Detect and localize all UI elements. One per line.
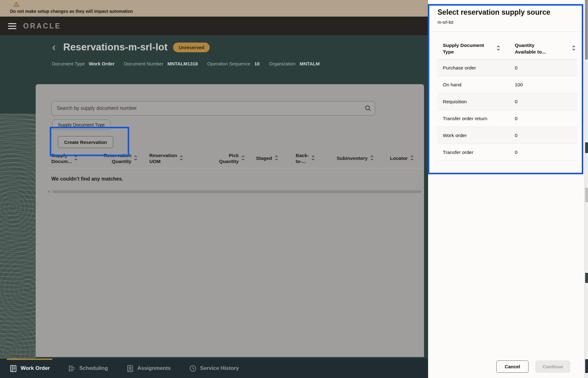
sort-icon[interactable]	[497, 45, 500, 52]
scrollbar-thumb[interactable]	[585, 0, 588, 59]
row-quantity: 0	[515, 99, 518, 105]
select-supply-source-panel: Select reservation supply source m-srl-l…	[428, 0, 585, 378]
sort-icon[interactable]	[241, 155, 245, 162]
top-header-bar: ORACLE	[0, 17, 428, 35]
tab-label: Service History	[200, 365, 239, 371]
work-order-icon	[9, 365, 17, 372]
status-badge: Unreserved	[173, 43, 210, 52]
tab-assignments[interactable]: Assignments	[124, 359, 173, 378]
scroll-left-icon[interactable]: ◄	[47, 190, 51, 193]
meta-value: 10	[254, 61, 260, 66]
meta-value: MNTALM	[300, 61, 320, 66]
panel-title: Select reservation supply source	[428, 0, 585, 17]
scrollbar-thumb[interactable]	[52, 190, 422, 193]
row-type: Work order	[443, 133, 467, 138]
sort-icon[interactable]	[180, 155, 183, 162]
assignments-icon	[126, 365, 134, 372]
panel-divider	[428, 32, 585, 32]
horizontal-scrollbar[interactable]: ◄	[47, 190, 422, 193]
panel-subtitle: m-srl-lot	[428, 17, 585, 25]
supply-source-table-header: Supply DocumentType QuantityAvailable to…	[437, 38, 577, 59]
sort-icon[interactable]	[572, 45, 575, 52]
meta-value: MNTALM1318	[167, 61, 198, 66]
row-type: Transfer order	[443, 150, 473, 155]
page-title: Reservations-m-srl-lot	[63, 42, 167, 53]
edge-segment	[585, 359, 588, 373]
tab-service-history[interactable]: Service History	[187, 359, 241, 378]
column-header-reservation-quantity[interactable]: ReservationQuantity	[91, 152, 137, 165]
meta-label: Operation Sequence	[207, 61, 250, 66]
row-type: Requisition	[443, 99, 467, 105]
row-quantity: 0	[515, 65, 518, 71]
row-type: Purchase order	[443, 65, 476, 71]
search-icon[interactable]	[361, 101, 375, 115]
sort-icon[interactable]	[311, 155, 315, 162]
column-header-pick-quantity[interactable]: PickQuantity	[205, 152, 245, 165]
document-meta: Document TypeWork Order Document NumberM…	[52, 61, 320, 66]
column-header-staged[interactable]: Staged	[256, 155, 288, 162]
tab-label: Scheduling	[79, 365, 108, 371]
sort-icon[interactable]	[370, 155, 374, 162]
table-row-transfer-order[interactable]: Transfer order 0	[437, 144, 577, 161]
warning-banner-text: Do not make setup changes as they will i…	[10, 9, 428, 14]
decorative-left-pattern	[0, 114, 36, 359]
table-row-purchase-order[interactable]: Purchase order 0	[437, 59, 577, 76]
scheduling-icon	[68, 365, 76, 372]
continue-button[interactable]: Continue	[535, 360, 570, 373]
tab-work-order[interactable]: Work Order	[8, 359, 52, 378]
column-header-subinventory[interactable]: Subinventory	[337, 155, 382, 162]
tab-label: Work Order	[21, 365, 50, 371]
page-area: ‹ Reservations-m-srl-lot Unreserved Docu…	[0, 35, 428, 359]
table-row-transfer-order-return[interactable]: Transfer order return 0	[437, 110, 577, 127]
column-header-back-to-back[interactable]: Back-to-...	[296, 152, 327, 165]
service-history-icon	[189, 365, 197, 372]
filter-chip-supply-document-type[interactable]: Supply Document Type	[52, 120, 110, 130]
meta-label: Organization	[269, 61, 295, 66]
warning-icon	[13, 2, 428, 8]
bottom-tab-bar: Work Order Scheduling Assignments Servic…	[0, 359, 428, 378]
table-row-on-hand[interactable]: On hand 100	[437, 76, 577, 93]
sort-icon[interactable]	[275, 155, 278, 162]
meta-label: Document Number	[124, 61, 163, 66]
column-header-supply-document-type[interactable]: Supply DocumentType	[443, 42, 492, 55]
sort-icon[interactable]	[410, 155, 414, 162]
cancel-button[interactable]: Cancel	[496, 360, 529, 373]
window-scrollbar-strip[interactable]	[585, 0, 588, 378]
column-header-supply-document[interactable]: SupplyDocum...	[51, 152, 91, 165]
meta-label: Document Type	[52, 61, 85, 66]
menu-icon[interactable]	[8, 21, 20, 31]
search-field	[51, 101, 375, 115]
table-header-divider	[47, 168, 422, 168]
column-header-quantity-available[interactable]: QuantityAvailable to...	[515, 42, 546, 55]
row-type: Transfer order return	[443, 116, 487, 121]
tab-scheduling[interactable]: Scheduling	[66, 359, 110, 378]
table-row-requisition[interactable]: Requisition 0	[437, 93, 577, 110]
row-quantity: 0	[515, 133, 518, 138]
edge-segment	[585, 142, 588, 153]
row-quantity: 0	[515, 150, 518, 155]
panel-footer: Cancel Continue	[428, 355, 581, 378]
oracle-logo[interactable]: ORACLE	[23, 22, 61, 30]
table-row-work-order[interactable]: Work order 0	[437, 127, 577, 144]
edge-segment	[585, 188, 588, 202]
create-reservation-button[interactable]: Create Reservation	[58, 136, 113, 148]
supply-source-rows: Purchase order 0 On hand 100 Requisition…	[437, 59, 577, 161]
supply-source-table: Supply DocumentType QuantityAvailable to…	[437, 38, 577, 161]
column-header-reservation-uom[interactable]: ReservationUOM	[149, 152, 198, 165]
reservations-table-header: SupplyDocum... ReservationQuantity Reser…	[51, 149, 420, 168]
sort-icon[interactable]	[134, 155, 137, 162]
page-header: ‹ Reservations-m-srl-lot Unreserved Docu…	[52, 42, 320, 66]
meta-value: Work Order	[89, 61, 115, 66]
empty-results-message: We couldn't find any matches.	[51, 176, 123, 182]
screen: Do not make setup changes as they will i…	[0, 0, 588, 378]
row-quantity: 100	[515, 82, 523, 88]
edge-segment	[585, 273, 588, 283]
sort-icon[interactable]	[74, 155, 78, 162]
row-quantity: 0	[515, 116, 518, 121]
reservations-card: Supply Document Type Create Reservation …	[36, 84, 424, 357]
column-header-locator[interactable]: Locator	[390, 155, 420, 162]
search-input[interactable]	[52, 105, 361, 111]
row-type: On hand	[443, 82, 461, 88]
main-application-region: Do not make setup changes as they will i…	[0, 0, 428, 378]
back-icon[interactable]: ‹	[52, 41, 60, 53]
